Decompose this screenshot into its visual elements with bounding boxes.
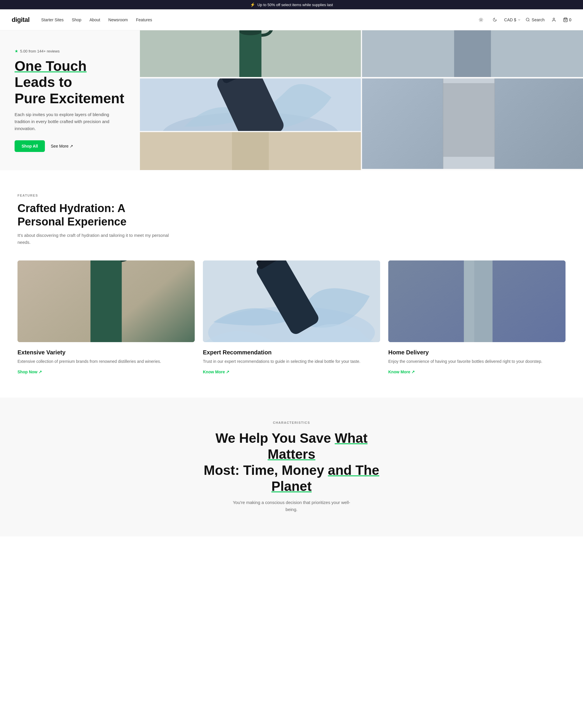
hero-image-1 <box>140 30 361 77</box>
nav-about[interactable]: About <box>89 18 100 22</box>
see-more-button[interactable]: See More ↗ <box>51 144 73 149</box>
svg-point-11 <box>553 18 555 20</box>
header: digital Starter Sites Shop About Newsroo… <box>0 9 583 30</box>
feature-card-3: Home Delivery Enjoy the convenience of h… <box>388 260 565 374</box>
search-icon <box>526 18 530 22</box>
svg-rect-28 <box>454 30 491 77</box>
svg-point-0 <box>480 19 482 21</box>
svg-rect-14 <box>239 30 261 77</box>
moon-icon[interactable] <box>490 15 500 25</box>
char-title: We Help You Save What Matters Most: Time… <box>192 430 391 495</box>
rating: ★ 5.00 from 144+ reviews <box>15 49 126 53</box>
main-nav: Starter Sites Shop About Newsroom Featur… <box>41 18 152 22</box>
features-section: FEATURES Crafted Hydration: A Personal E… <box>0 170 583 397</box>
hero-title-rest: Leads to <box>15 74 72 90</box>
feature-cards: Extensive Variety Extensive collection o… <box>18 260 565 374</box>
hero-description: Each sip invites you to explore layers o… <box>15 111 114 132</box>
char-title-part2: Most: Time, Money <box>204 463 328 478</box>
logo[interactable]: digital <box>12 16 29 24</box>
feature-card-title-1: Extensive Variety <box>18 349 195 356</box>
svg-rect-56 <box>464 260 474 342</box>
search-button[interactable]: Search <box>526 18 545 22</box>
feature-card-image-2 <box>203 260 380 342</box>
char-description: You're making a conscious decision that … <box>230 499 353 513</box>
svg-rect-42 <box>90 260 121 342</box>
svg-line-4 <box>482 21 482 21</box>
nav-starter-sites[interactable]: Starter Sites <box>41 18 63 22</box>
hero-image-4 <box>362 30 583 77</box>
feature-card-title-2: Expert Recommendation <box>203 349 380 356</box>
hero-section: ★ 5.00 from 144+ reviews One Touch Leads… <box>0 30 583 170</box>
hero-image-3 <box>140 132 361 170</box>
feature-card-title-3: Home Delivery <box>388 349 565 356</box>
hero-title-underline: One Touch <box>15 58 87 74</box>
feature-card-2: Expert Recommendation Trust in our exper… <box>203 260 380 374</box>
currency-label: CAD $ <box>504 18 516 22</box>
feature-card-image-3 <box>388 260 565 342</box>
svg-rect-38 <box>443 83 495 157</box>
rating-text: 5.00 from 144+ reviews <box>20 49 59 53</box>
feature-card-1: Extensive Variety Extensive collection o… <box>18 260 195 374</box>
hero-actions: Shop All See More ↗ <box>15 140 126 152</box>
svg-line-7 <box>479 21 479 21</box>
announcement-bar: ⚡ Up to 50% off select items while suppl… <box>0 0 583 9</box>
char-section-label: CHARACTERISTICS <box>18 421 565 424</box>
announcement-text: Up to 50% off select items while supplie… <box>257 3 333 7</box>
char-title-part1: We Help You Save <box>215 431 335 446</box>
star-icon: ★ <box>15 49 18 53</box>
search-label: Search <box>532 18 545 22</box>
shop-all-button[interactable]: Shop All <box>15 140 45 152</box>
nav-features[interactable]: Features <box>136 18 152 22</box>
account-icon[interactable] <box>549 15 558 25</box>
nav-shop[interactable]: Shop <box>72 18 81 22</box>
feature-card-link-1[interactable]: Shop Now ↗ <box>18 369 195 374</box>
feature-card-link-3[interactable]: Know More ↗ <box>388 369 565 374</box>
lightning-icon: ⚡ <box>250 2 255 7</box>
hero-images <box>140 30 583 170</box>
nav-newsroom[interactable]: Newsroom <box>108 18 128 22</box>
hero-image-2 <box>140 78 361 131</box>
chevron-down-icon <box>518 18 521 22</box>
hero-image-5 <box>362 78 583 169</box>
feature-card-desc-3: Enjoy the convenience of having your fav… <box>388 358 565 365</box>
hero-title: One Touch Leads to Pure Excitement <box>15 58 126 106</box>
hero-title-line2: Pure Excitement <box>15 91 124 106</box>
svg-rect-23 <box>232 132 269 170</box>
section-label-features: FEATURES <box>18 194 565 197</box>
header-left: digital Starter Sites Shop About Newsroo… <box>12 16 152 24</box>
feature-card-desc-1: Extensive collection of premium brands f… <box>18 358 195 365</box>
feature-card-image-1 <box>18 260 195 342</box>
characteristics-section: CHARACTERISTICS We Help You Save What Ma… <box>0 397 583 537</box>
cart-count: 0 <box>569 18 571 22</box>
cart-button[interactable]: 0 <box>563 18 571 22</box>
feature-card-desc-2: Trust in our expert recommendations to g… <box>203 358 380 365</box>
features-title: Crafted Hydration: A Personal Experience <box>18 202 140 228</box>
svg-line-10 <box>528 20 529 21</box>
feature-card-link-2[interactable]: Know More ↗ <box>203 369 380 374</box>
cart-icon <box>563 18 568 22</box>
hero-left: ★ 5.00 from 144+ reviews One Touch Leads… <box>0 30 140 170</box>
features-description: It's about discovering the craft of hydr… <box>18 232 181 246</box>
svg-point-9 <box>526 18 529 21</box>
currency-selector[interactable]: CAD $ <box>504 18 521 22</box>
sun-icon[interactable] <box>476 15 485 25</box>
header-right: CAD $ Search 0 <box>476 15 571 25</box>
